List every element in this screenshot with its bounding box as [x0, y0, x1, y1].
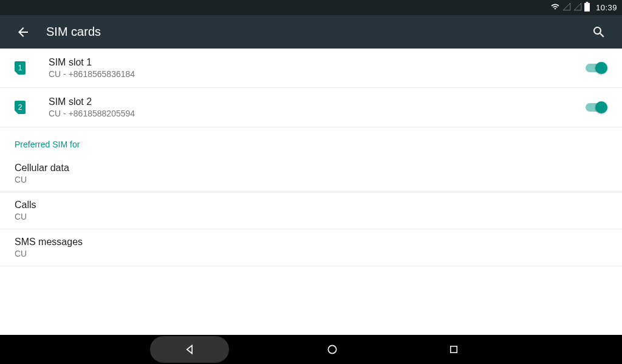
sim-slot-title: SIM slot 1 — [49, 57, 586, 68]
pref-subtitle: CU — [15, 249, 607, 258]
back-button[interactable] — [12, 21, 34, 43]
sim-toggle[interactable] — [586, 101, 607, 113]
sim-badge-number: 2 — [18, 103, 22, 112]
sim-slot-text: SIM slot 1 CU - +8618565836184 — [49, 57, 586, 79]
svg-point-2 — [328, 345, 336, 353]
sim-slot-row[interactable]: 1 SIM slot 1 CU - +8618565836184 — [0, 49, 622, 88]
search-icon — [592, 25, 606, 39]
sim-slot-title: SIM slot 2 — [49, 96, 586, 107]
navigation-bar — [0, 335, 622, 364]
pref-calls[interactable]: Calls CU — [0, 192, 622, 229]
nav-recent-button[interactable] — [436, 339, 472, 360]
signal-empty-1-icon — [562, 2, 571, 13]
pref-cellular-data[interactable]: Cellular data CU — [0, 155, 622, 192]
sim-toggle[interactable] — [586, 62, 607, 74]
sim-slot-row[interactable]: 2 SIM slot 2 CU - +8618588205594 — [0, 88, 622, 127]
svg-rect-0 — [584, 3, 590, 12]
pref-title: Cellular data — [15, 163, 607, 174]
pref-subtitle: CU — [15, 175, 607, 184]
nav-back-button[interactable] — [150, 336, 229, 363]
search-button[interactable] — [588, 21, 610, 43]
page-title: SIM cards — [46, 25, 101, 39]
signal-empty-2-icon — [573, 2, 582, 13]
svg-rect-1 — [586, 2, 589, 3]
sim-slot-text: SIM slot 2 CU - +8618588205594 — [49, 96, 586, 118]
sim-card-icon: 2 — [15, 101, 26, 114]
circle-home-icon — [326, 343, 338, 356]
pref-title: SMS messages — [15, 237, 607, 248]
app-bar: SIM cards — [0, 15, 622, 49]
sim-badge-number: 1 — [18, 64, 22, 72]
pref-sms-messages[interactable]: SMS messages CU — [0, 229, 622, 266]
section-header-preferred-sim: Preferred SIM for — [0, 127, 622, 155]
battery-icon — [584, 2, 590, 13]
status-bar: 10:39 — [0, 0, 622, 15]
arrow-back-icon — [16, 25, 30, 39]
sim-slot-subtitle: CU - +8618588205594 — [49, 109, 586, 118]
wifi-icon — [550, 2, 560, 13]
status-icons: 10:39 — [550, 2, 617, 13]
pref-title: Calls — [15, 200, 607, 211]
sim-slot-subtitle: CU - +8618565836184 — [49, 69, 586, 79]
status-time: 10:39 — [596, 3, 617, 12]
triangle-back-icon — [183, 343, 196, 356]
sim-card-icon: 1 — [15, 61, 26, 75]
nav-home-button[interactable] — [314, 339, 350, 360]
content: 1 SIM slot 1 CU - +8618565836184 2 SIM s… — [0, 49, 622, 335]
svg-rect-3 — [451, 346, 457, 353]
square-recent-icon — [448, 344, 459, 355]
pref-subtitle: CU — [15, 212, 607, 221]
